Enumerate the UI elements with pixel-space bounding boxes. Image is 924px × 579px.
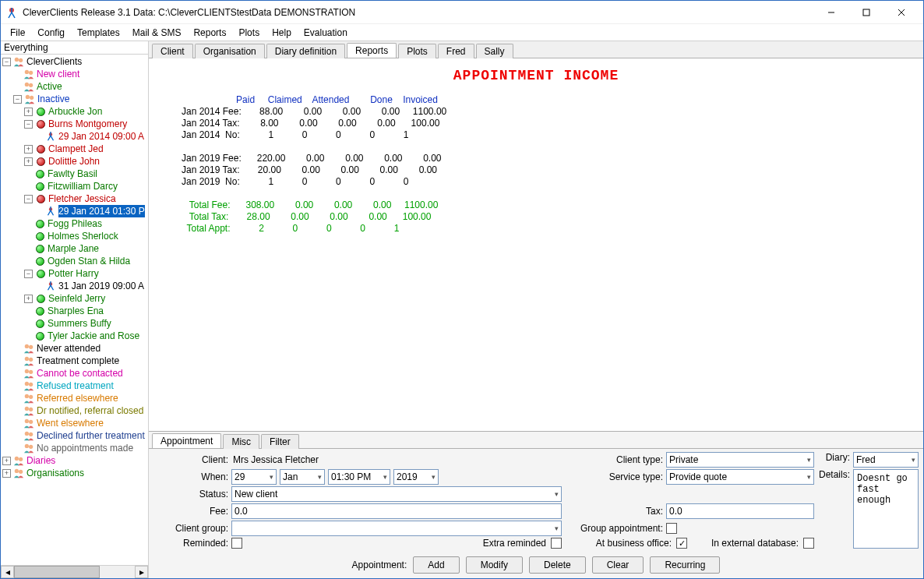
tab-fred[interactable]: Fred [438,44,474,58]
bottom-tab-misc[interactable]: Misc [223,434,259,449]
client-value: Mrs Jessica Fletcher [231,454,356,465]
tree-status-dr-notified-referral-closed[interactable]: Dr notified, referral closed [2,404,148,417]
tree-status-cannot-be-contacted[interactable]: Cannot be contacted [2,367,148,380]
tree[interactable]: −CleverClientsNew clientActive−Inactive+… [1,55,148,565]
menu-config[interactable]: Config [31,26,71,40]
report-row: Jan 2014 No: 1 0 0 0 1 [158,129,914,141]
tree-client-burns-montgomery[interactable]: −Burns Montgomery [2,118,148,130]
tree-root[interactable]: −CleverClients [2,55,148,68]
appointment-panel: AppointmentMiscFilter Client: Mrs Jessic… [149,431,923,578]
tree-diaries[interactable]: +Diaries [2,454,148,467]
tree-client-fawlty-basil[interactable]: Fawlty Basil [2,168,148,180]
tree-active[interactable]: Active [2,80,148,93]
tree-client-dolittle-john[interactable]: +Dolittle John [2,155,148,168]
tab-client[interactable]: Client [152,44,193,58]
tab-diary-definition[interactable]: Diary definition [266,44,345,58]
expand-toggle[interactable]: − [24,195,33,203]
tax-input[interactable] [666,503,814,519]
tree-appointment[interactable]: 31 Jan 2019 09:00 A [2,280,148,292]
tree-client-potter-harry[interactable]: −Potter Harry [2,267,148,280]
tree-client-holmes-sherlock[interactable]: Holmes Sherlock [2,230,148,242]
bottom-tab-filter[interactable]: Filter [261,434,299,449]
tree-appointment[interactable]: 29 Jan 2014 09:00 A [2,130,148,143]
expand-toggle[interactable]: + [24,157,33,166]
modify-button[interactable]: Modify [466,556,523,574]
menu-mail-sms[interactable]: Mail & SMS [126,26,188,40]
menu-reports[interactable]: Reports [187,26,232,40]
tree-status-declined-further-treatment[interactable]: Declined further treatment [2,429,148,442]
svg-point-11 [26,95,30,99]
menu-help[interactable]: Help [266,26,298,40]
scroll-right-icon[interactable]: ▸ [135,566,148,578]
tree-client-clampett-jed[interactable]: +Clampett Jed [2,143,148,155]
in-external-label: In external database: [692,538,799,549]
extra-reminded-label: Extra reminded [483,538,546,549]
details-textarea[interactable]: Doesnt go fast enough [853,469,919,549]
tree-client-fletcher-jessica[interactable]: −Fletcher Jessica [2,192,148,205]
menu-evaluation[interactable]: Evaluation [298,26,354,40]
tree-status-never-attended[interactable]: Never attended [2,342,148,355]
tree-client-marple-jane[interactable]: Marple Jane [2,242,148,255]
tab-organisation[interactable]: Organisation [195,44,265,58]
scroll-thumb[interactable] [14,566,100,578]
at-office-checkbox[interactable]: ✓ [676,538,687,549]
tree-status-treatment-complete[interactable]: Treatment complete [2,355,148,367]
tree-client-sharples-ena[interactable]: Sharples Ena [2,305,148,317]
menu-plots[interactable]: Plots [232,26,266,40]
tree-h-scrollbar[interactable]: ◂ ▸ [1,565,148,578]
delete-button[interactable]: Delete [529,556,586,574]
client-type-select[interactable]: Private▾ [666,452,814,468]
expand-toggle[interactable]: − [24,270,33,278]
expand-toggle[interactable]: + [24,295,33,303]
add-button[interactable]: Add [413,556,459,574]
when-time-select[interactable]: 01:30 PM▾ [328,469,390,485]
fee-input[interactable] [231,503,562,519]
diary-select[interactable]: Fred▾ [853,452,919,468]
tree-status-referred-elsewhere[interactable]: Referred elsewhere [2,392,148,404]
client-group-select[interactable]: ▾ [231,521,562,536]
when-day-select[interactable]: 29▾ [231,469,277,485]
tab-sally[interactable]: Sally [476,44,513,58]
group-appt-checkbox[interactable] [666,523,677,534]
maximize-button[interactable] [848,2,883,23]
tab-plots[interactable]: Plots [398,44,436,58]
expand-toggle[interactable]: + [2,457,11,465]
extra-reminded-checkbox[interactable] [551,538,562,549]
in-external-checkbox[interactable] [803,538,814,549]
tree-client-fitzwilliam-darcy[interactable]: Fitzwilliam Darcy [2,180,148,192]
tree-client-tyler-jackie-and-rose[interactable]: Tyler Jackie and Rose [2,330,148,342]
menu-file[interactable]: File [4,26,31,40]
recurring-button[interactable]: Recurring [650,556,720,574]
tree-status-went-elsewhere[interactable]: Went elsewhere [2,417,148,429]
reminded-checkbox[interactable] [231,538,242,549]
expand-toggle[interactable]: − [24,120,33,129]
tree-inactive[interactable]: −Inactive [2,93,148,105]
clear-button[interactable]: Clear [592,556,644,574]
tree-client-fogg-phileas[interactable]: Fogg Phileas [2,217,148,230]
minimize-button[interactable] [813,2,848,23]
when-month-select[interactable]: Jan▾ [280,469,325,485]
tree-client-ogden-stan-hilda[interactable]: Ogden Stan & Hilda [2,255,148,267]
expand-toggle[interactable]: + [24,145,33,154]
status-select[interactable]: New client▾ [231,486,562,502]
menu-templates[interactable]: Templates [71,26,126,40]
tree-new-client[interactable]: New client [2,68,148,80]
expand-toggle[interactable]: − [2,58,11,66]
tree-client-summers-buffy[interactable]: Summers Buffy [2,317,148,330]
tree-client-seinfeld-jerry[interactable]: +Seinfeld Jerry [2,292,148,305]
service-type-select[interactable]: Provide quote▾ [666,469,814,485]
close-button[interactable] [883,2,919,23]
tax-label: Tax: [565,506,666,517]
expand-toggle[interactable]: + [24,108,33,116]
expand-toggle[interactable]: + [2,469,11,478]
tab-reports[interactable]: Reports [347,43,397,58]
scroll-left-icon[interactable]: ◂ [1,566,14,578]
tree-client-arbuckle-jon[interactable]: +Arbuckle Jon [2,105,148,118]
tree-organisations[interactable]: +Organisations [2,467,148,479]
tree-status-no-appointments-made[interactable]: No appointments made [2,442,148,454]
when-year-select[interactable]: 2019▾ [393,469,439,485]
tree-status-refused-treatment[interactable]: Refused treatment [2,380,148,392]
bottom-tab-appointment[interactable]: Appointment [152,433,221,448]
tree-appointment[interactable]: 29 Jan 2014 01:30 P [2,205,148,217]
expand-toggle[interactable]: − [13,95,22,104]
